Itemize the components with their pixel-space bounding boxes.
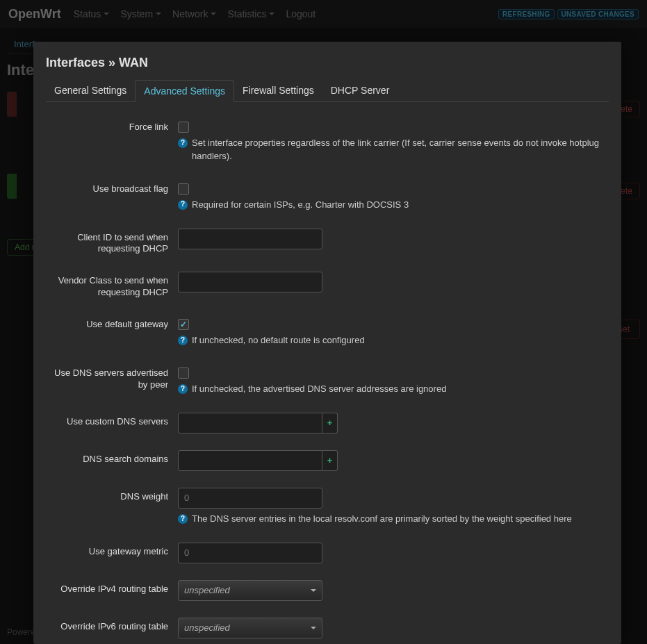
gateway-metric-input[interactable]	[178, 543, 322, 563]
modal-title: Interfaces » WAN	[46, 56, 609, 70]
ipv6-table-label: Override IPv6 routing table	[46, 618, 178, 633]
client-id-label: Client ID to send when requesting DHCP	[46, 229, 178, 256]
modal-tabs: General Settings Advanced Settings Firew…	[46, 80, 609, 102]
vendor-class-input[interactable]	[178, 272, 322, 292]
dns-weight-label: DNS weight	[46, 488, 178, 503]
client-id-input[interactable]	[178, 229, 322, 249]
chevron-down-icon	[311, 589, 316, 592]
help-icon: ?	[178, 514, 188, 524]
ipv4-table-label: Override IPv4 routing table	[46, 580, 178, 595]
tab-advanced-settings[interactable]: Advanced Settings	[135, 80, 234, 102]
broadcast-flag-checkbox[interactable]	[178, 183, 189, 195]
dns-search-label: DNS search domains	[46, 450, 178, 465]
ipv6-table-select[interactable]: unspecified	[178, 618, 322, 638]
default-gateway-checkbox[interactable]	[178, 319, 189, 330]
dns-search-input[interactable]	[178, 450, 322, 471]
force-link-label: Force link	[46, 118, 178, 133]
dns-peer-checkbox[interactable]	[178, 368, 189, 379]
dns-weight-input[interactable]	[178, 488, 322, 509]
dns-weight-help: The DNS server entries in the local reso…	[192, 513, 572, 526]
tab-firewall-settings[interactable]: Firewall Settings	[234, 80, 322, 101]
broadcast-flag-label: Use broadcast flag	[46, 180, 178, 195]
custom-dns-label: Use custom DNS servers	[46, 413, 178, 428]
dns-peer-help: If unchecked, the advertised DNS server …	[192, 383, 446, 396]
force-link-checkbox[interactable]	[178, 122, 189, 133]
default-gateway-label: Use default gateway	[46, 315, 178, 331]
tab-general-settings[interactable]: General Settings	[46, 80, 135, 101]
ipv4-table-select[interactable]: unspecified	[178, 580, 322, 601]
help-icon: ?	[178, 138, 188, 148]
add-dns-search-button[interactable]: +	[322, 450, 338, 471]
add-dns-button[interactable]: +	[322, 413, 338, 434]
gateway-metric-label: Use gateway metric	[46, 543, 178, 558]
interface-edit-modal: Interfaces » WAN General Settings Advanc…	[33, 42, 621, 644]
help-icon: ?	[178, 384, 188, 394]
default-gateway-help: If unchecked, no default route is config…	[192, 334, 365, 347]
help-icon: ?	[178, 336, 188, 345]
custom-dns-input[interactable]	[178, 413, 322, 434]
help-icon: ?	[178, 200, 188, 210]
vendor-class-label: Vendor Class to send when requesting DHC…	[46, 272, 178, 299]
broadcast-flag-help: Required for certain ISPs, e.g. Charter …	[192, 199, 409, 212]
dns-peer-label: Use DNS servers advertised by peer	[46, 364, 178, 391]
chevron-down-icon	[311, 627, 316, 629]
tab-dhcp-server[interactable]: DHCP Server	[322, 80, 398, 101]
force-link-help: Set interface properties regardless of t…	[192, 137, 609, 163]
